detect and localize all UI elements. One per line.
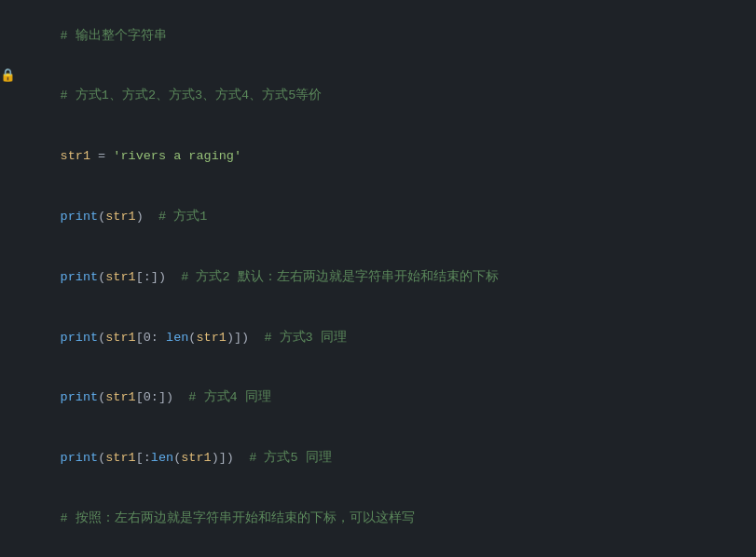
op-assign: = bbox=[90, 149, 113, 163]
comment-8: # 方式5 同理 bbox=[249, 451, 331, 465]
code-line-5: print(str1[:]) # 方式2 默认：左右两边就是字符串开始和结束的下… bbox=[0, 247, 756, 307]
spacer-3 bbox=[0, 127, 15, 147]
editor-area: # 输出整个字符串 🔒 # 方式1、方式2、方式3、方式4、方式5等价 str1… bbox=[0, 0, 756, 557]
comment-2: # 方式1、方式2、方式3、方式4、方式5等价 bbox=[61, 88, 323, 102]
comment-9: # 按照：左右两边就是字符串开始和结束的下标，可以这样写 bbox=[61, 511, 415, 525]
comment-7: # 方式4 同理 bbox=[188, 390, 270, 404]
lock-icon: 🔒 bbox=[0, 66, 15, 87]
spacer-7 bbox=[0, 368, 15, 388]
fn-print-1: print bbox=[61, 210, 99, 224]
comment-5: # 方式2 默认：左右两边就是字符串开始和结束的下标 bbox=[181, 270, 498, 284]
code-line-6: print(str1[0: len(str1)]) # 方式3 同理 bbox=[0, 307, 756, 368]
code-line-10: print(str1[:-4]) # 右边的下标-4 输出'rivers a r… bbox=[0, 549, 756, 557]
code-line-3: str1 = 'rivers a raging' bbox=[0, 127, 756, 187]
spacer-4 bbox=[0, 186, 15, 207]
code-line-4: print(str1) # 方式1 bbox=[0, 186, 756, 247]
spacer-5 bbox=[0, 247, 15, 267]
code-line-9: # 按照：左右两边就是字符串开始和结束的下标，可以这样写 bbox=[0, 488, 756, 549]
var-str1: str1 bbox=[61, 149, 90, 163]
spacer-8 bbox=[0, 428, 15, 448]
code-line-8: print(str1[:len(str1)]) # 方式5 同理 bbox=[0, 428, 756, 488]
spacer-10 bbox=[0, 549, 15, 557]
comment-4: # 方式1 bbox=[158, 210, 207, 224]
code-line-2: 🔒 # 方式1、方式2、方式3、方式4、方式5等价 bbox=[0, 66, 756, 127]
spacer-6 bbox=[0, 307, 15, 328]
lock-spacer bbox=[0, 6, 15, 26]
comment-1: # 输出整个字符串 bbox=[61, 29, 167, 43]
str-rivers: 'rivers a raging' bbox=[113, 149, 241, 163]
comment-6: # 方式3 同理 bbox=[264, 331, 346, 345]
spacer-9 bbox=[0, 488, 15, 509]
code-line-1: # 输出整个字符串 bbox=[0, 6, 756, 66]
code-line-7: print(str1[0:]) # 方式4 同理 bbox=[0, 368, 756, 428]
